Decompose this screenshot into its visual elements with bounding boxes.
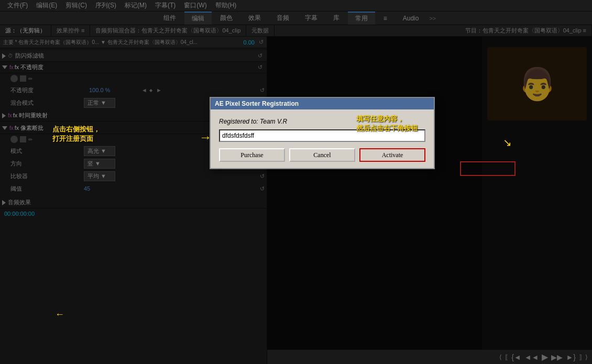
activate-button[interactable]: Activate bbox=[359, 148, 425, 162]
dialog-input[interactable] bbox=[219, 129, 425, 142]
dialog-overlay: AE Pixel Sorter Registration Registered … bbox=[0, 0, 592, 364]
dialog-registered-label: Registered to: Team V.R bbox=[219, 118, 425, 125]
dialog-buttons: Purchase Cancel Activate bbox=[219, 148, 425, 162]
dialog-body: Registered to: Team V.R Purchase Cancel … bbox=[211, 109, 434, 168]
cancel-button[interactable]: Cancel bbox=[289, 148, 355, 162]
registration-dialog: AE Pixel Sorter Registration Registered … bbox=[210, 97, 435, 169]
purchase-button[interactable]: Purchase bbox=[219, 148, 285, 162]
dialog-title: AE Pixel Sorter Registration bbox=[215, 100, 299, 107]
dialog-titlebar: AE Pixel Sorter Registration bbox=[211, 98, 434, 109]
